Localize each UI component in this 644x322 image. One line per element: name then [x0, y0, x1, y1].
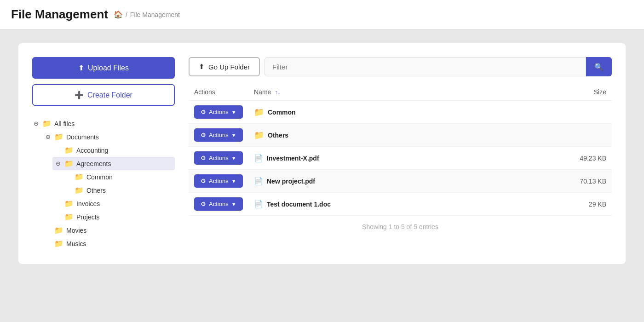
go-up-folder-button[interactable]: ⬆ Go Up Folder	[189, 57, 260, 76]
caret-icon: ▼	[231, 201, 236, 207]
tree-label-documents: Documents	[66, 133, 99, 141]
tree-toggle-documents: ⊖	[44, 133, 52, 141]
tree-label-accounting: Accounting	[76, 147, 108, 154]
folder-icon: 📁	[254, 107, 264, 117]
file-tree: ⊖ 📁 All files ⊖ 📁 Documents	[32, 117, 175, 250]
name-cell: 📁Common	[248, 101, 557, 124]
page-title: File Management	[11, 7, 108, 22]
size-cell: 49.23 KB	[557, 147, 612, 170]
go-up-icon: ⬆	[199, 63, 205, 71]
tree-item-invoices[interactable]: 📁 Invoices	[52, 197, 175, 210]
name-cell: 📄Test document 1.doc	[248, 193, 557, 216]
folder-icon-all-files: 📁	[42, 119, 52, 128]
tree-toggle-agreements: ⊖	[54, 160, 62, 167]
breadcrumb-label: File Management	[130, 11, 180, 18]
doc-icon: 📄	[254, 154, 263, 162]
folder-icon: 📁	[254, 130, 264, 140]
tree-item-documents[interactable]: ⊖ 📁 Documents	[42, 130, 175, 144]
toolbar: ⬆ Go Up Folder 🔍	[189, 57, 612, 76]
tree-item-movies[interactable]: 📁 Movies	[42, 224, 175, 237]
table-row: ⚙Actions▼📄Investment-X.pdf49.23 KB	[189, 147, 612, 170]
actions-button-5[interactable]: ⚙Actions▼	[194, 197, 243, 211]
upload-files-button[interactable]: ⬆ Upload Files	[32, 57, 175, 79]
actions-cell: ⚙Actions▼	[189, 170, 248, 193]
card: ⬆ Upload Files ➕ Create Folder ⊖ 📁 All f…	[18, 43, 626, 264]
actions-button-3[interactable]: ⚙Actions▼	[194, 151, 243, 165]
name-cell: 📄New project.pdf	[248, 170, 557, 193]
table-row: ⚙Actions▼📄New project.pdf70.13 KB	[189, 170, 612, 193]
tree-toggle-all-files: ⊖	[32, 120, 40, 127]
tree-label-all-files: All files	[54, 120, 75, 127]
doc-icon: 📄	[254, 200, 263, 208]
tree-label-agreements: Agreements	[76, 160, 111, 167]
file-table: Actions Name ↑↓ Size ⚙Actions▼📁Common⚙Ac…	[189, 84, 612, 216]
caret-icon: ▼	[231, 132, 236, 138]
tree-item-agreements[interactable]: ⊖ 📁 Agreements	[52, 157, 175, 170]
page-header: File Management 🏠 / File Management	[0, 0, 644, 29]
tree-label-projects: Projects	[76, 213, 100, 221]
actions-cell: ⚙Actions▼	[189, 147, 248, 170]
gear-icon: ⚙	[201, 201, 206, 207]
folder-icon-documents: 📁	[54, 132, 63, 141]
col-header-actions: Actions	[189, 84, 248, 101]
folder-icon-common: 📁	[75, 172, 84, 181]
upload-files-label: Upload Files	[88, 64, 129, 72]
folder-icon-projects: 📁	[64, 213, 74, 221]
caret-icon: ▼	[231, 155, 236, 161]
filter-input[interactable]	[264, 57, 586, 76]
caret-icon: ▼	[231, 178, 236, 184]
tree-label-musics: Musics	[66, 240, 86, 247]
file-name: 📄Test document 1.doc	[254, 200, 551, 208]
size-cell: 70.13 KB	[557, 170, 612, 193]
gear-icon: ⚙	[201, 109, 206, 115]
tree-children-documents: 📁 Accounting ⊖ 📁 Agreements	[42, 144, 175, 224]
go-up-label: Go Up Folder	[208, 63, 250, 71]
tree-item-projects[interactable]: 📁 Projects	[52, 210, 175, 224]
file-name: 📁Others	[254, 130, 551, 140]
actions-button-4[interactable]: ⚙Actions▼	[194, 174, 243, 188]
file-name: 📁Common	[254, 107, 551, 117]
create-folder-label: Create Folder	[87, 91, 132, 99]
file-panel: ⬆ Go Up Folder 🔍 Actions	[189, 57, 612, 250]
tree-label-movies: Movies	[66, 227, 86, 234]
gear-icon: ⚙	[201, 155, 206, 161]
actions-button-2[interactable]: ⚙Actions▼	[194, 128, 243, 142]
tree-label-invoices: Invoices	[76, 200, 100, 207]
actions-cell: ⚙Actions▼	[189, 193, 248, 216]
name-cell: 📄Investment-X.pdf	[248, 147, 557, 170]
breadcrumb-home-icon: 🏠	[114, 10, 123, 19]
file-name: 📄New project.pdf	[254, 177, 551, 185]
gear-icon: ⚙	[201, 132, 206, 138]
search-filter-wrap: 🔍	[264, 57, 612, 76]
tree-item-musics[interactable]: 📁 Musics	[42, 237, 175, 250]
file-name: 📄Investment-X.pdf	[254, 154, 551, 162]
actions-button-1[interactable]: ⚙Actions▼	[194, 105, 243, 119]
sort-icon[interactable]: ↑↓	[275, 89, 280, 96]
sidebar: ⬆ Upload Files ➕ Create Folder ⊖ 📁 All f…	[32, 57, 175, 250]
create-folder-button[interactable]: ➕ Create Folder	[32, 84, 175, 106]
create-folder-icon: ➕	[75, 91, 84, 99]
folder-icon-accounting: 📁	[64, 146, 74, 155]
pagination-text: Showing 1 to 5 of 5 entries	[189, 216, 612, 232]
search-button[interactable]: 🔍	[586, 57, 612, 76]
tree-children-all-files: ⊖ 📁 Documents 📁 Accounting	[32, 130, 175, 250]
actions-cell: ⚙Actions▼	[189, 124, 248, 147]
name-cell: 📁Others	[248, 124, 557, 147]
tree-item-others[interactable]: 📁 Others	[63, 184, 175, 197]
search-icon: 🔍	[594, 63, 604, 71]
caret-icon: ▼	[231, 109, 236, 115]
tree-item-common[interactable]: 📁 Common	[63, 170, 175, 184]
folder-icon-agreements: 📁	[64, 159, 74, 168]
size-cell: 29 KB	[557, 193, 612, 216]
actions-cell: ⚙Actions▼	[189, 101, 248, 124]
size-cell	[557, 101, 612, 124]
tree-label-common: Common	[86, 173, 113, 181]
tree-item-all-files[interactable]: ⊖ 📁 All files	[32, 117, 175, 130]
tree-children-agreements: 📁 Common 📁 Others	[52, 170, 175, 197]
breadcrumb: 🏠 / File Management	[114, 10, 180, 19]
tree-item-accounting[interactable]: 📁 Accounting	[52, 144, 175, 157]
table-row: ⚙Actions▼📄Test document 1.doc29 KB	[189, 193, 612, 216]
size-cell	[557, 124, 612, 147]
table-row: ⚙Actions▼📁Others	[189, 124, 612, 147]
upload-icon: ⬆	[78, 63, 84, 72]
